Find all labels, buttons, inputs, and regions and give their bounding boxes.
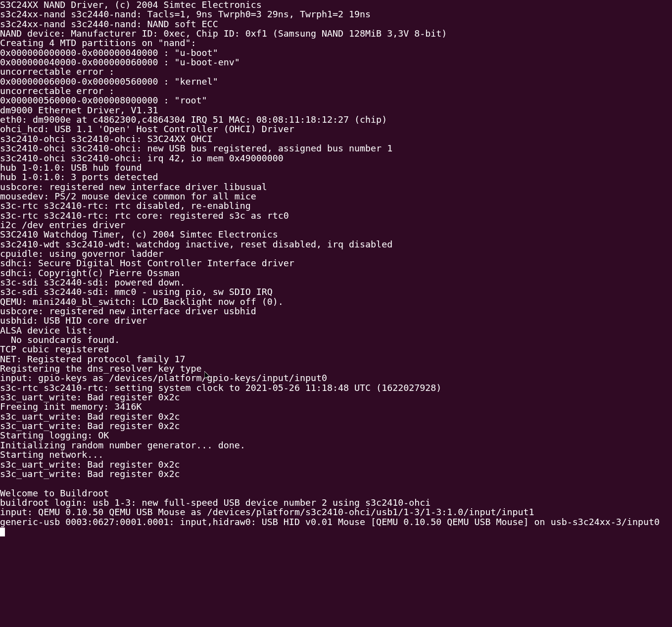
terminal-line: hub 1-0:1.0: 3 ports detected xyxy=(0,172,672,182)
terminal-line: s3c-rtc s3c2410-rtc: setting system cloc… xyxy=(0,383,672,392)
terminal-line: cpuidle: using governor ladder xyxy=(0,249,672,258)
terminal-line: No soundcards found. xyxy=(0,335,672,344)
terminal-line: s3c2410-ohci s3c2410-ohci: new USB bus r… xyxy=(0,144,672,153)
terminal-line: s3c_uart_write: Bad register 0x2c xyxy=(0,469,672,479)
terminal-line: NAND device: Manufacturer ID: 0xec, Chip… xyxy=(0,29,672,38)
terminal-line: usbhid: USB HID core driver xyxy=(0,316,672,325)
terminal-line: generic-usb 0003:0627:0001.0001: input,h… xyxy=(0,517,672,527)
terminal-cursor-line[interactable] xyxy=(0,527,672,536)
terminal-line: input: gpio-keys as /devices/platform/gp… xyxy=(0,373,672,383)
terminal-line: s3c_uart_write: Bad register 0x2c xyxy=(0,460,672,469)
terminal-line: Registering the dns_resolver key type xyxy=(0,364,672,373)
terminal-line: ohci_hcd: USB 1.1 'Open' Host Controller… xyxy=(0,124,672,134)
terminal-line: s3c-sdi s3c2440-sdi: mmc0 - using pio, s… xyxy=(0,287,672,296)
terminal-line: Welcome to Buildroot xyxy=(0,488,672,498)
terminal-line: usbcore: registered new interface driver… xyxy=(0,306,672,316)
terminal-cursor xyxy=(0,528,5,536)
terminal-line: usbcore: registered new interface driver… xyxy=(0,182,672,192)
terminal-line: s3c-sdi s3c2440-sdi: powered down. xyxy=(0,278,672,287)
terminal-line: s3c_uart_write: Bad register 0x2c xyxy=(0,392,672,402)
terminal-line: 0x000000560000-0x000008000000 : "root" xyxy=(0,96,672,105)
terminal-line: hub 1-0:1.0: USB hub found xyxy=(0,163,672,172)
terminal-line: buildroot login: usb 1-3: new full-speed… xyxy=(0,498,672,507)
terminal-output[interactable]: S3C24XX NAND Driver, (c) 2004 Simtec Ele… xyxy=(0,0,672,536)
terminal-line: sdhci: Secure Digital Host Controller In… xyxy=(0,258,672,268)
terminal-line: input: QEMU 0.10.50 QEMU USB Mouse as /d… xyxy=(0,507,672,517)
terminal-line: 0x000000040000-0x000000060000 : "u-boot-… xyxy=(0,57,672,67)
terminal-line: 0x000000060000-0x000000560000 : "kernel" xyxy=(0,77,672,86)
terminal-line: s3c2410-wdt s3c2410-wdt: watchdog inacti… xyxy=(0,240,672,249)
terminal-line: eth0: dm9000e at c4862300,c4864304 IRQ 5… xyxy=(0,115,672,124)
terminal-line: mousedev: PS/2 mouse device common for a… xyxy=(0,192,672,201)
terminal-line: TCP cubic registered xyxy=(0,344,672,354)
terminal-line: S3C24XX NAND Driver, (c) 2004 Simtec Ele… xyxy=(0,0,672,9)
terminal-line: QEMU: mini2440_bl_switch: LCD Backlight … xyxy=(0,297,672,306)
terminal-line: Starting logging: OK xyxy=(0,431,672,440)
terminal-line xyxy=(0,479,672,488)
terminal-line: s3c_uart_write: Bad register 0x2c xyxy=(0,412,672,421)
terminal-line: s3c24xx-nand s3c2440-nand: NAND soft ECC xyxy=(0,19,672,29)
terminal-line: s3c-rtc s3c2410-rtc: rtc disabled, re-en… xyxy=(0,201,672,210)
terminal-line: uncorrectable error : xyxy=(0,86,672,96)
terminal-line: NET: Registered protocol family 17 xyxy=(0,354,672,364)
terminal-line: Initializing random number generator... … xyxy=(0,440,672,450)
terminal-line: sdhci: Copyright(c) Pierre Ossman xyxy=(0,268,672,278)
terminal-line: s3c24xx-nand s3c2440-nand: Tacls=1, 9ns … xyxy=(0,9,672,19)
terminal-line: s3c2410-ohci s3c2410-ohci: irq 42, io me… xyxy=(0,153,672,163)
terminal-line: s3c-rtc s3c2410-rtc: rtc core: registere… xyxy=(0,211,672,220)
terminal-line: S3C2410 Watchdog Timer, (c) 2004 Simtec … xyxy=(0,230,672,239)
terminal-line: ALSA device list: xyxy=(0,326,672,335)
terminal-line: i2c /dev entries driver xyxy=(0,220,672,230)
terminal-line: s3c_uart_write: Bad register 0x2c xyxy=(0,421,672,431)
terminal-line: Creating 4 MTD partitions on "nand": xyxy=(0,38,672,48)
terminal-line: s3c2410-ohci s3c2410-ohci: S3C24XX OHCI xyxy=(0,134,672,144)
terminal-line: uncorrectable error : xyxy=(0,67,672,76)
terminal-line: 0x000000000000-0x000000040000 : "u-boot" xyxy=(0,48,672,57)
terminal-line: Starting network... xyxy=(0,450,672,459)
terminal-line: dm9000 Ethernet Driver, V1.31 xyxy=(0,105,672,115)
terminal-line: Freeing init memory: 3416K xyxy=(0,402,672,411)
